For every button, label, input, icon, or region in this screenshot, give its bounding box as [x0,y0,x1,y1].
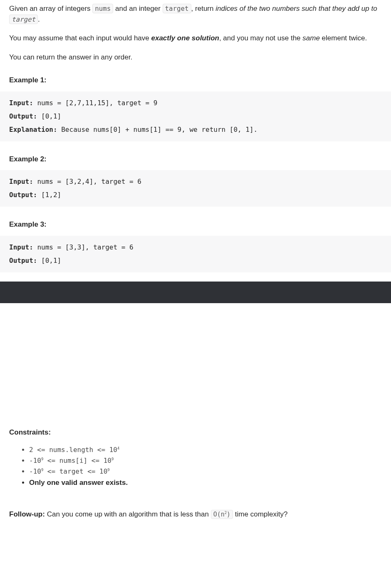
text: <= target <= 10 [43,467,107,475]
blank-gap [0,303,391,411]
example-2-heading: Example 2: [9,154,382,165]
text: -10 [29,457,41,464]
output-value: [0,1] [37,257,61,264]
constraint-item: -109 <= target <= 109 [29,467,382,477]
output-value: [0,1] [37,112,61,120]
text: Can you come up with an algorithm that i… [45,510,211,518]
output-label: Output: [9,191,37,199]
constraints-list: 2 <= nums.length <= 104 -109 <= nums[i] … [9,445,382,488]
input-label: Input: [9,99,33,107]
text: Given an array of integers [9,5,92,12]
problem-description-top: Given an array of integers nums and an i… [0,0,391,282]
text: O(n [213,511,225,518]
example-2-block: Input: nums = [3,2,4], target = 6 Output… [0,170,391,207]
text: ) [227,511,230,518]
sup: 9 [111,457,114,461]
input-label: Input: [9,178,33,185]
intro-line-2: You may assume that each input would hav… [9,33,382,44]
sup: 4 [117,446,119,450]
text: , and you may not use the [219,34,302,42]
explanation-value: Because nums[0] + nums[1] == 9, we retur… [57,126,258,133]
example-1-block: Input: nums = [2,7,11,15], target = 9 Ou… [0,91,391,141]
output-label: Output: [9,257,37,264]
followup-line: Follow-up: Can you come up with an algor… [9,509,382,520]
text: indices of the two numbers such that the… [215,5,377,12]
example-3-block: Input: nums = [3,3], target = 6 Output: … [0,236,391,272]
code-target-em: target [9,15,38,24]
text: time complexity? [233,510,287,518]
text: You may assume that each input would hav… [9,34,151,42]
input-value: nums = [3,3], target = 6 [33,243,134,251]
output-value: [1,2] [37,191,61,199]
text: element twice. [320,34,367,42]
text: -10 [29,467,41,475]
code-target: target [163,4,191,13]
problem-description-bottom: Constraints: 2 <= nums.length <= 104 -10… [0,411,391,537]
intro-line-3: You can return the answer in any order. [9,52,382,63]
constraints-heading: Constraints: [9,427,382,438]
text: <= nums[i] <= 10 [43,457,111,464]
sup: 9 [107,468,109,472]
constraint-item: 2 <= nums.length <= 104 [29,445,382,455]
code-complexity: O(n2) [211,510,233,519]
example-1-heading: Example 1: [9,75,382,86]
input-value: nums = [3,2,4], target = 6 [33,178,141,185]
text: 2 <= nums.length <= 10 [29,446,117,454]
dark-band-separator [0,282,391,303]
explanation-label: Explanation: [9,126,57,133]
followup-label: Follow-up: [9,510,45,518]
text: . [38,15,40,23]
intro-line-1: Given an array of integers nums and an i… [9,3,382,25]
input-value: nums = [2,7,11,15], target = 9 [33,99,158,107]
input-label: Input: [9,243,33,251]
output-label: Output: [9,112,37,120]
exactly-one: exactly one solution [151,34,219,42]
text: and an integer [113,5,162,12]
constraint-item: -109 <= nums[i] <= 109 [29,456,382,466]
text: , return [191,5,216,12]
constraint-item-bold: Only one valid answer exists. [29,477,382,488]
code-nums: nums [92,4,113,13]
example-3-heading: Example 3: [9,219,382,230]
same-em: same [302,34,320,42]
